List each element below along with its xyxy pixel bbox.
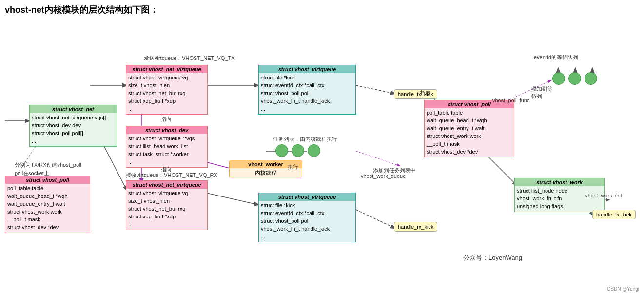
- vhost-poll-func-annot: vhost_poll_func: [492, 98, 529, 103]
- vhost-net-virtqueue-rx-body: struct vhost_virtqueue vq size_t vhost_h…: [126, 189, 207, 230]
- task-circle-2: [292, 144, 304, 157]
- watermark: CSDN @Yengi: [607, 286, 639, 292]
- send-virtqueue-annot: 发送virtqueue：VHOST_NET_VQ_TX: [144, 55, 234, 62]
- task-circle-1: [275, 144, 288, 157]
- task-list-annot: 任务列表，由内核线程执行: [273, 136, 337, 143]
- eventfd-circle-2: [568, 72, 581, 85]
- vhost-work-title: struct vhost_work: [515, 178, 604, 186]
- vhost-virtqueue-rx-title: struct vhost_virtqueue: [259, 193, 355, 201]
- eventfd-circle-1: [552, 72, 565, 85]
- public-note: 公众号：LoyenWang: [463, 254, 522, 262]
- vhost-work-body: struct llist_node node vhost_work_fn_t f…: [515, 186, 604, 212]
- vhost-net-virtqueue-tx-body: struct vhost_virtqueue vq size_t vhost_h…: [126, 73, 207, 114]
- vhost-work-init-annot: vhost_work_init: [585, 193, 622, 198]
- arrows-layer: [0, 0, 644, 294]
- vhost-net-title: struct vhost_net: [30, 105, 117, 113]
- vhost-net-virtqueue-tx-title: struct vhost_net_virtqueue: [126, 65, 207, 73]
- vhost-poll-right-body: poll_table table wait_queue_head_t *wqh …: [425, 108, 514, 157]
- execute-annot: 执行: [288, 163, 298, 171]
- vhost-work-queue-annot: vhost_work_queue: [361, 173, 406, 179]
- vhost-dev-body: struct vhost_virtqueue **vqs struct llis…: [126, 134, 207, 167]
- vhost-virtqueue-tx-title: struct vhost_virtqueue: [259, 65, 355, 73]
- svg-line-3: [205, 193, 258, 205]
- vhost-dev-box: struct vhost_dev struct vhost_virtqueue …: [126, 126, 208, 168]
- point-right-annot: 指向: [420, 89, 431, 97]
- vhost-poll-bottom-body: poll_table table wait_queue_head_t *wqh …: [5, 184, 90, 233]
- vhost-poll-right-box: struct vhost_poll poll_table table wait_…: [424, 100, 514, 157]
- svg-line-4: [356, 85, 395, 94]
- vhost-poll-bottom-box: struct vhost_poll poll_table table wait_…: [5, 176, 90, 233]
- svg-line-13: [488, 156, 517, 185]
- vhost-net-body: struct vhost_net_virqueue vqs[] struct v…: [30, 113, 117, 146]
- svg-line-6: [356, 210, 395, 228]
- task-circle-3: [308, 144, 320, 157]
- eventfd-circle-3: [585, 72, 597, 85]
- vhost-virtqueue-rx-box: struct vhost_virtqueue struct file *kick…: [258, 193, 356, 242]
- point-rx-annot: 指向: [161, 166, 172, 173]
- eventfd-queue-annot: eventfd的等待队列: [534, 54, 578, 61]
- separate-tx-rx-annot: 分别为TX/RX创建vhost_pollpoll在socket上: [15, 161, 81, 177]
- vhost-virtqueue-tx-box: struct vhost_virtqueue struct file *kick…: [258, 65, 356, 115]
- vhost-net-box: struct vhost_net struct vhost_net_virque…: [29, 105, 117, 147]
- vhost-virtqueue-tx-body: struct file *kick struct eventfd_ctx *ca…: [259, 73, 355, 114]
- vhost-net-virtqueue-rx-title: struct vhost_net_virtqueue: [126, 181, 207, 189]
- vhost-poll-bottom-title: struct vhost_poll: [5, 176, 90, 184]
- svg-line-12: [356, 151, 400, 166]
- point-tx-annot: 指向: [161, 116, 172, 123]
- vhost-net-virtqueue-tx-box: struct vhost_net_virtqueue struct vhost_…: [126, 65, 208, 115]
- page-title: vhost-net内核模块的层次结构如下图：: [5, 4, 158, 16]
- page-container: vhost-net内核模块的层次结构如下图： struct vhost_net …: [0, 0, 644, 294]
- handle-rx-kick-label: handle_rx_kick: [394, 222, 437, 232]
- handle-tx-kick-bottom-label: handle_tx_kick: [592, 210, 636, 219]
- vhost-virtqueue-rx-body: struct file *kick struct eventfd_ctx *ca…: [259, 201, 355, 242]
- vhost-net-virtqueue-rx-box: struct vhost_net_virtqueue struct vhost_…: [126, 180, 208, 230]
- vhost-dev-title: struct vhost_dev: [126, 126, 207, 134]
- add-to-wait-annot: 添加到等待列: [531, 85, 553, 100]
